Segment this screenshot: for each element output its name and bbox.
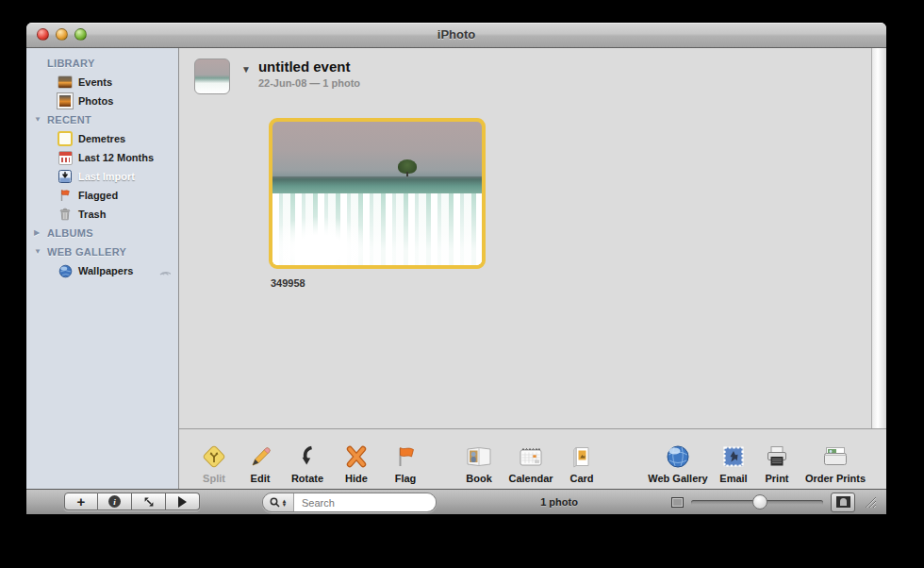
- web-gallery-button[interactable]: Web Gallery: [643, 442, 713, 484]
- edit-button[interactable]: Edit: [238, 442, 283, 484]
- book-icon: [465, 442, 493, 472]
- zoom-in-photo-icon: [836, 496, 850, 508]
- disclosure-triangle-icon[interactable]: ▶: [34, 224, 40, 242]
- sidebar-item-label: Wallpapers: [78, 265, 133, 276]
- window-title: iPhoto: [26, 23, 886, 47]
- sidebar-item-label: Trash: [78, 209, 106, 220]
- sidebar-item-wallpapers[interactable]: Wallpapers: [26, 261, 178, 280]
- minimize-button[interactable]: [56, 28, 68, 41]
- email-button[interactable]: Email: [713, 442, 754, 484]
- calendar-button[interactable]: Calendar: [503, 442, 558, 484]
- fullscreen-button[interactable]: [132, 493, 166, 510]
- rotate-button[interactable]: Rotate: [283, 442, 332, 484]
- sidebar-section-albums[interactable]: ▶ ALBUMS: [26, 224, 178, 242]
- selected-photo-thumbnail[interactable]: [269, 118, 486, 269]
- search-scope-stepper-icon: ▲▼: [282, 499, 288, 507]
- sidebar-item-label: Demetres: [78, 133, 125, 144]
- tree-islet: [398, 159, 417, 174]
- action-button-group: + i: [64, 493, 200, 510]
- photo-cell: 349958: [269, 118, 486, 289]
- order-prints-button[interactable]: Order Prints: [800, 442, 871, 484]
- photo-count-status: 1 photo: [517, 490, 602, 514]
- niagara-falls-photo: [272, 122, 482, 265]
- calendar-icon: [517, 442, 545, 472]
- trash-icon: [58, 207, 73, 222]
- photo-grid-area[interactable]: ▼ untitled event 22-Jun-08 — 1 photo: [179, 48, 871, 428]
- window-resize-grip[interactable]: [865, 496, 877, 509]
- sidebar-item-label: Last 12 Months: [78, 152, 154, 163]
- card-icon: [569, 442, 595, 472]
- sidebar-item-demetres[interactable]: Demetres: [26, 129, 178, 148]
- globe-small-icon: [58, 263, 73, 278]
- sync-signal-icon: [158, 265, 171, 277]
- iphoto-window: iPhoto LIBRARY Events Photos ▼ RECENT De…: [26, 23, 886, 514]
- sidebar-item-events[interactable]: Events: [26, 73, 178, 92]
- disclosure-triangle-icon[interactable]: ▼: [34, 242, 41, 261]
- window-titlebar[interactable]: iPhoto: [26, 23, 886, 48]
- play-icon: [178, 496, 187, 508]
- close-button[interactable]: [37, 28, 49, 41]
- edit-pencil-icon: [247, 442, 273, 472]
- zoom-slider[interactable]: [691, 500, 823, 505]
- print-icon: [764, 442, 790, 472]
- sidebar-item-photos[interactable]: Photos: [26, 92, 178, 110]
- vertical-scrollbar[interactable]: [871, 48, 886, 428]
- flag-icon: [392, 442, 419, 472]
- sidebar-section-library: LIBRARY: [26, 54, 178, 73]
- calendar-small-icon: [58, 150, 73, 165]
- bottom-toolbar: Split Edit: [179, 428, 886, 489]
- sidebar-item-label: Photos: [78, 95, 113, 107]
- plus-icon: +: [77, 494, 86, 509]
- sidebar-item-trash[interactable]: Trash: [26, 205, 178, 224]
- hide-button[interactable]: Hide: [332, 442, 381, 484]
- slideshow-play-button[interactable]: [166, 493, 200, 510]
- status-bar: + i ▲▼ 1 photo: [26, 489, 886, 514]
- rotate-icon: [294, 442, 321, 472]
- zoom-slider-thumb[interactable]: [752, 494, 767, 510]
- search-field[interactable]: [294, 493, 436, 511]
- info-button[interactable]: i: [98, 493, 132, 510]
- disclosure-triangle-icon[interactable]: ▼: [34, 110, 41, 129]
- search-control: ▲▼: [262, 493, 437, 512]
- search-input[interactable]: [294, 497, 436, 509]
- event-subtitle: 22-Jun-08 — 1 photo: [258, 77, 360, 89]
- search-scope-button[interactable]: ▲▼: [263, 493, 294, 511]
- event-key-photo-thumbnail[interactable]: [194, 58, 230, 94]
- order-prints-envelope-icon: [821, 442, 850, 472]
- info-icon: i: [108, 495, 121, 508]
- fullscreen-arrows-icon: [142, 495, 156, 509]
- zoom-out-photo-icon[interactable]: [671, 497, 684, 508]
- sidebar-item-last-12-months[interactable]: Last 12 Months: [26, 148, 178, 167]
- email-stamp-icon: [720, 442, 747, 472]
- import-tray-icon: [58, 169, 73, 184]
- sidebar-section-web-gallery[interactable]: ▼ WEB GALLERY: [26, 242, 178, 261]
- sidebar-section-recent[interactable]: ▼ RECENT: [26, 110, 178, 129]
- flag-small-icon: [58, 188, 73, 203]
- photos-icon: [58, 93, 73, 109]
- flag-button[interactable]: Flag: [381, 442, 430, 484]
- photo-title-caption: 349958: [269, 277, 486, 289]
- web-gallery-globe-icon: [665, 442, 691, 472]
- print-button[interactable]: Print: [754, 442, 800, 484]
- thumbnail-zoom-control: [671, 490, 877, 514]
- source-list-sidebar: LIBRARY Events Photos ▼ RECENT Demetres …: [26, 48, 179, 489]
- zoom-window-button[interactable]: [74, 28, 87, 41]
- sidebar-item-flagged[interactable]: Flagged: [26, 186, 178, 205]
- sidebar-item-label: Last Import: [78, 171, 135, 182]
- sidebar-item-label: Flagged: [78, 190, 118, 201]
- event-header: ▼ untitled event 22-Jun-08 — 1 photo: [179, 48, 871, 94]
- search-icon: [270, 497, 280, 508]
- event-title[interactable]: untitled event: [258, 58, 360, 75]
- event-disclosure-triangle-icon[interactable]: ▼: [241, 64, 251, 75]
- hide-x-icon: [343, 442, 370, 472]
- card-button[interactable]: Card: [558, 442, 605, 484]
- sidebar-item-label: Events: [78, 76, 112, 88]
- book-button[interactable]: Book: [454, 442, 503, 484]
- events-icon: [58, 75, 73, 90]
- traffic-lights: [37, 28, 87, 41]
- add-button[interactable]: +: [64, 493, 98, 510]
- zoom-in-photo-button[interactable]: [831, 493, 855, 512]
- split-icon: [201, 442, 227, 472]
- split-button[interactable]: Split: [190, 442, 238, 484]
- sidebar-item-last-import[interactable]: Last Import: [26, 167, 178, 186]
